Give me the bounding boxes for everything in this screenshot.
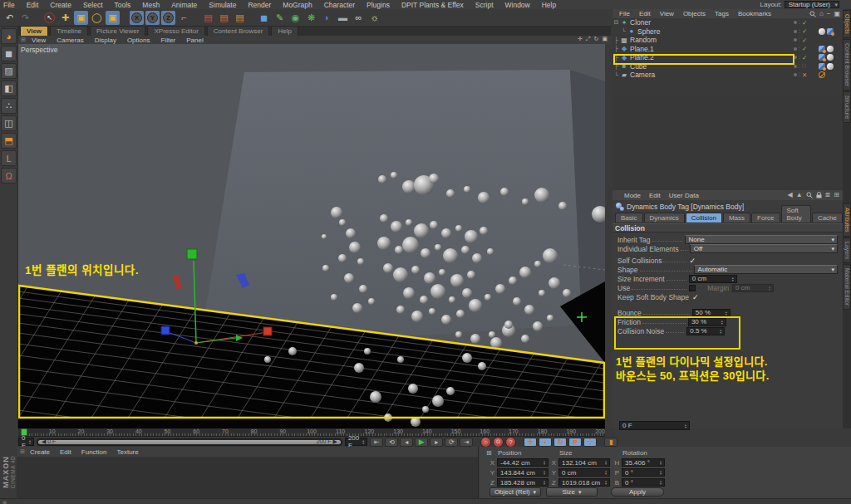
sphere-clone[interactable] [467,271,475,279]
dynamics-body-tag-icon[interactable] [819,63,825,70]
add-spline-icon[interactable]: ✎ [273,11,287,25]
play-backwards-button[interactable]: ⟲ [385,438,398,447]
coord-system-icon[interactable]: ⌐ [177,11,191,25]
menu-character[interactable]: Character [324,1,355,9]
render-picture-viewer-icon[interactable]: ▤ [217,11,231,25]
new-panel-icon[interactable]: ⊞ [834,191,839,198]
coord-size-dropdown[interactable]: Size [546,487,598,497]
sphere-clone[interactable] [322,234,327,239]
lock-x-icon[interactable]: X [130,11,144,25]
sphere-clone[interactable] [403,287,415,299]
add-sky-icon[interactable]: ∞ [352,11,366,25]
sphere-clone[interactable] [422,406,429,413]
menu-plugins[interactable]: Plugins [366,1,390,9]
sphere-clone[interactable] [509,276,517,285]
om-menu-view[interactable]: View [660,10,674,17]
enabled-state-icon[interactable]: ✕ [802,71,814,79]
goto-end-button[interactable]: ⇥ [460,438,473,447]
move-tool-icon[interactable]: ✚ [58,11,72,25]
attr-tab-cache[interactable]: Cache [812,213,843,223]
sphere-clone[interactable] [357,258,364,265]
sphere-clone[interactable] [397,356,404,363]
key-scale-button[interactable]: ▪ [539,438,552,447]
sphere-clone[interactable] [368,298,375,305]
sphere-clone[interactable] [402,180,416,193]
attr-tab-dynamics[interactable]: Dynamics [644,213,685,223]
sphere-clone[interactable] [446,387,455,395]
position-y-field[interactable]: 143.844 cm▴▾ [497,468,548,477]
sphere-clone[interactable] [402,237,419,253]
phong-tag-icon[interactable] [827,46,834,52]
sphere-clone[interactable] [352,303,362,313]
enabled-state-icon[interactable]: ✓ [802,37,814,44]
render-settings-icon[interactable]: ▤ [233,11,247,25]
viewport-menu-cameras[interactable]: Cameras [57,37,83,44]
sphere-clone[interactable] [470,334,480,344]
menu-simulate[interactable]: Simulate [209,1,236,9]
size-z-field[interactable]: 1019.018 cm▴▾ [558,478,610,487]
sphere-clone[interactable] [331,294,337,301]
sphere-clone[interactable] [495,284,505,294]
visibility-dot[interactable] [794,21,797,24]
menu-tools[interactable]: Tools [115,1,131,9]
shape-dropdown[interactable]: Automatic [694,265,838,274]
bounce-field[interactable]: 50 %▴▾ [692,309,730,317]
phong-tag-icon[interactable] [827,54,834,61]
sphere-clone[interactable] [539,290,545,296]
sphere-clone[interactable] [322,265,329,272]
sphere-clone[interactable] [430,221,438,229]
om-menu-edit[interactable]: Edit [639,10,651,17]
sphere-clone[interactable] [439,269,445,276]
object-row-random[interactable]: ├▦Random⁚✓ [612,36,843,45]
sphere-clone[interactable] [449,296,455,303]
sphere-clone[interactable] [548,277,560,289]
om-menu-tags[interactable]: Tags [715,10,729,17]
sphere-clone[interactable] [364,348,371,355]
material-menu-create[interactable]: Create [30,448,50,456]
visibility-dot[interactable] [794,73,797,76]
side-tab-structure[interactable]: Structure [843,91,851,123]
attr-tab-force[interactable]: Force [751,213,780,223]
sphere-clone[interactable] [469,299,482,312]
live-selection-icon[interactable]: ↖ [42,11,57,25]
menu-window[interactable]: Window [505,1,530,9]
sphere-clone[interactable] [414,223,429,238]
sphere-clone[interactable] [441,228,451,238]
pan-view-icon[interactable]: ✛ [578,36,583,42]
record-keyframe-button[interactable]: ○ [480,437,491,448]
sphere-clone[interactable] [349,242,361,253]
sphere-clone[interactable] [500,188,509,196]
search-icon[interactable] [809,11,816,17]
y-axis-handle[interactable] [187,249,197,259]
play-button[interactable]: ▶ [415,438,428,447]
sphere-clone[interactable] [462,353,472,363]
sphere-clone[interactable] [513,297,521,306]
use-checkbox[interactable] [689,285,696,291]
sphere-clone[interactable] [383,263,393,273]
sphere-clone[interactable] [377,237,391,250]
lock-y-icon[interactable]: Y [145,11,160,25]
menu-mesh[interactable]: Mesh [142,1,160,9]
size-x-field[interactable]: 132.104 cm▴▾ [558,458,610,467]
home-icon[interactable]: ⌂ [819,10,824,17]
tab-xpresso-editor[interactable]: XPresso Editor [147,26,204,36]
back-icon[interactable]: ◀ [788,191,793,198]
up-icon[interactable]: ▲ [796,191,803,198]
add-cube-icon[interactable]: ◼ [257,11,271,25]
material-menu-function[interactable]: Function [81,448,107,456]
rotate-view-icon[interactable]: ↻ [594,36,599,42]
attr-tab-collision[interactable]: Collision [686,213,722,223]
texture-mode-icon[interactable]: ▨ [1,63,17,79]
viewport-menu-panel[interactable]: Panel [186,37,203,44]
collision-section-header[interactable]: Collision [612,223,843,232]
sphere-clone[interactable] [432,395,444,407]
side-tab-content-browser[interactable]: Content Browser [843,39,851,91]
apply-button[interactable]: Apply [611,487,664,497]
sphere-clone[interactable] [478,362,486,370]
sphere-clone[interactable] [533,321,543,331]
sphere-clone[interactable] [464,186,470,193]
editor-render-dots[interactable]: ⁚ [799,30,800,33]
keep-soft-body-shape-checkbox[interactable]: ✓ [692,293,699,301]
material-pen-icon[interactable]: ◕ [1,28,17,44]
menu-mograph[interactable]: MoGraph [283,1,312,9]
